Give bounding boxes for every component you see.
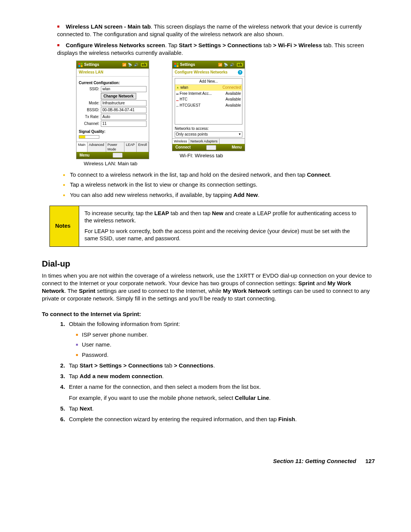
footer-page: 127 [365,457,375,465]
mini-tabs: Wireless Network Adapters [172,138,245,144]
page-footer: Section 11: Getting Connected 127 [42,457,375,465]
access-label: Networks to access: [175,126,242,131]
caption: Wi-FI: Wireless tab [180,152,245,159]
step-3: Tap Add a new modem connection. [67,372,375,380]
ssid-label: SSID: [79,86,99,92]
menu-button[interactable]: Menu [80,153,89,158]
tab-main[interactable]: Main [76,142,88,152]
notes-label: Notes [50,206,79,246]
status-icons: 📶 📡 🔊 ok [218,62,243,67]
list-item: You can also add new wireless networks, … [63,191,375,199]
mini-tabs: Main Advanced Power Mode LEAP Enroll [76,142,149,152]
bottom-bar: Menu [76,152,149,159]
step-5: Tap Next. [67,405,375,412]
chevron-down-icon: ▼ [238,133,241,137]
txrate-field[interactable]: Auto [101,114,147,120]
network-row[interactable]: ▁HTCAvailable [175,96,242,102]
bssid-label: BSSID: [79,107,99,113]
top-bullet-list: Wireless LAN screen - Main tab. This scr… [42,23,375,57]
add-new-row[interactable]: Add New... [175,78,242,85]
bullet-configure: Configure Wireless Networks screen. Tap … [57,42,375,57]
bssid-field[interactable]: 00-0B-86-34-07-41 [101,107,147,113]
bullet-wlan-main: Wireless LAN screen - Main tab. This scr… [57,23,375,38]
menu-button[interactable]: Menu [232,145,242,150]
titlebar: Settings 📶 📡 🔊 ok [172,61,245,69]
tab-advanced[interactable]: Advanced [88,142,106,152]
section-title: Configure Wireless Networks ? [172,69,245,77]
dialup-heading: Dial-up [42,258,375,270]
title-text: Settings [84,62,99,67]
phone-wireless-tab: Settings 📶 📡 🔊 ok Configure Wireless Net… [172,61,245,167]
connect-button[interactable]: Connect [175,145,191,150]
tab-enroll[interactable]: Enroll [137,142,149,152]
list-item: User name. [76,341,375,348]
channel-label: Channel: [79,121,99,126]
title-text: Settings [180,62,195,67]
windows-icon [78,62,83,67]
network-row[interactable]: ▲wlanConnected [175,85,242,91]
txrate-label: Tx Rate: [79,114,99,120]
network-row[interactable]: ▃Free Internet Acc...Available [175,91,242,97]
phone-wlan-main: Settings 📶 📡 🔊 ok Wireless LAN Current C… [76,61,149,167]
ok-button[interactable]: ok [237,63,243,67]
network-row[interactable]: ▁HTCGUESTAvailable [175,102,242,109]
channel-field[interactable]: 11 [101,121,147,127]
tab-wireless[interactable]: Wireless [172,139,189,144]
footer-section: Section 11: Getting Connected [273,457,356,465]
ok-button[interactable]: ok [141,63,147,67]
dialup-intro: In times when you are not within the cov… [42,272,375,303]
current-config-label: Current Configuration: [79,80,147,86]
notes-body: To increase security, tap the LEAP tab a… [79,206,367,246]
help-icon[interactable]: ? [238,70,242,75]
yellow-bullet-list: To connect to a wireless network in the … [42,171,375,199]
list-item: To connect to a wireless network in the … [63,171,375,179]
tab-leap[interactable]: LEAP [124,142,137,152]
tab-power-mode[interactable]: Power Mode [106,142,124,152]
change-network-button[interactable]: Change Network [101,93,136,99]
bottom-bar: Connect Menu [172,144,245,151]
list-item: Tap a wireless network in the list to vi… [63,181,375,189]
mode-label: Mode: [79,101,99,106]
steps-list: Obtain the following information from Sp… [42,320,375,423]
signal-quality-bar [79,135,99,139]
tab-network-adapters[interactable]: Network Adapters [189,139,220,144]
section-title: Wireless LAN [76,69,149,77]
status-icons: 📶 📡 🔊 ok [122,62,147,67]
step-6: Complete the connection wizard by enteri… [67,415,375,423]
step-1: Obtain the following information from Sp… [67,320,375,359]
list-item: Password. [76,351,375,359]
network-list: Add New... ▲wlanConnected ▃Free Internet… [175,78,242,125]
list-item: ISP server phone number. [76,331,375,339]
mode-field[interactable]: Infrastructure [101,100,147,106]
step-4: Enter a name for the connection, and the… [67,383,375,402]
ssid-field[interactable]: wlan [101,86,147,92]
notes-box: Notes To increase security, tap the LEAP… [49,206,367,247]
access-dropdown[interactable]: Only access points▼ [175,131,242,137]
connect-sprint-subhead: To connect to the Internet via Sprint: [42,310,375,318]
screenshot-row: Settings 📶 📡 🔊 ok Wireless LAN Current C… [76,61,375,167]
caption: Wireless LAN: Main tab [84,160,149,167]
keyboard-icon[interactable] [206,145,216,150]
windows-icon [174,62,178,67]
keyboard-icon[interactable] [113,153,123,158]
step-2: Tap Start > Settings > Connections tab >… [67,362,375,369]
signal-quality-label: Signal Quality: [79,129,147,134]
titlebar: Settings 📶 📡 🔊 ok [76,61,149,69]
